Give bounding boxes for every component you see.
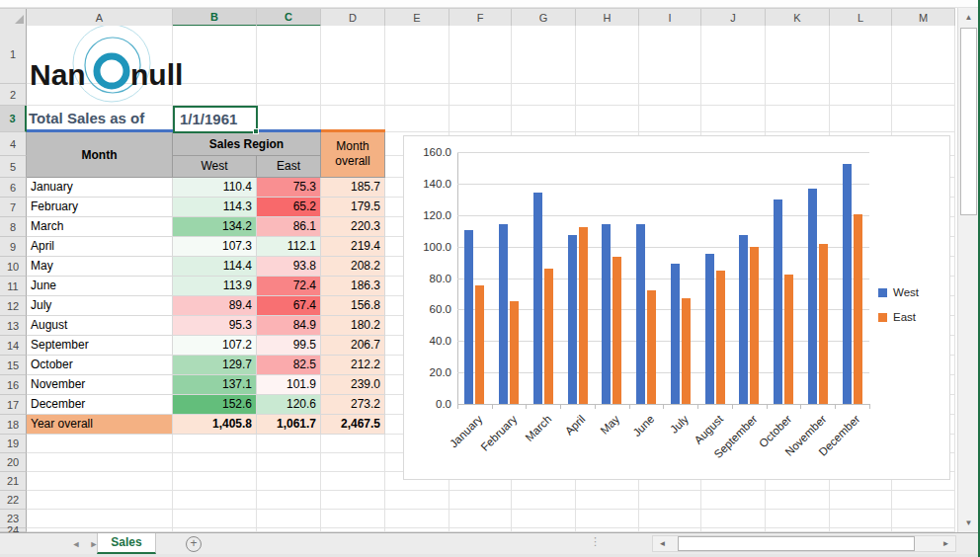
west-cell[interactable]: 134.2 bbox=[173, 217, 257, 237]
column-header-A[interactable]: A bbox=[27, 9, 173, 27]
scroll-down-button[interactable]: ▼ bbox=[959, 514, 978, 531]
row-header-10[interactable]: 10 bbox=[0, 257, 27, 277]
column-header-L[interactable]: L bbox=[830, 9, 892, 27]
west-header[interactable]: West bbox=[173, 156, 257, 178]
prev-sheet-button[interactable]: ◄ bbox=[67, 533, 85, 555]
scroll-up-button[interactable]: ▲ bbox=[959, 8, 978, 26]
east-header[interactable]: East bbox=[257, 156, 321, 178]
horizontal-scrollbar[interactable]: ◄ ► bbox=[652, 535, 956, 552]
row-header-21[interactable]: 21 bbox=[0, 472, 27, 491]
tab-sales[interactable]: Sales bbox=[97, 533, 156, 554]
east-cell[interactable]: 93.8 bbox=[257, 257, 321, 277]
month-cell[interactable]: April bbox=[27, 237, 173, 257]
west-cell[interactable]: 137.1 bbox=[173, 375, 257, 395]
column-header-K[interactable]: K bbox=[766, 9, 830, 27]
scroll-right-button[interactable]: ► bbox=[937, 536, 955, 551]
month-cell[interactable]: May bbox=[27, 257, 173, 277]
column-header-D[interactable]: D bbox=[321, 9, 385, 27]
column-header-B[interactable]: B bbox=[173, 9, 257, 27]
east-cell[interactable]: 112.1 bbox=[257, 237, 321, 257]
sales-bar-chart[interactable]: 0.020.040.060.080.0100.0120.0140.0160.0 … bbox=[403, 135, 950, 480]
east-cell[interactable]: 75.3 bbox=[257, 178, 321, 198]
west-cell[interactable]: 114.4 bbox=[173, 257, 257, 277]
month-overall-header[interactable]: Month overall bbox=[321, 132, 385, 178]
row-header-15[interactable]: 15 bbox=[0, 356, 27, 375]
column-header-E[interactable]: E bbox=[385, 9, 449, 27]
east-cell[interactable]: 72.4 bbox=[257, 277, 321, 296]
column-header-G[interactable]: G bbox=[512, 9, 576, 27]
month-cell[interactable]: November bbox=[27, 375, 173, 395]
east-cell[interactable]: 84.9 bbox=[257, 316, 321, 336]
column-header-H[interactable]: H bbox=[576, 9, 639, 27]
fill-handle[interactable] bbox=[253, 128, 259, 134]
west-cell[interactable]: 95.3 bbox=[173, 316, 257, 336]
selected-date-cell[interactable]: 1/1/1961 bbox=[173, 106, 258, 133]
overall-cell[interactable]: 185.7 bbox=[321, 178, 385, 198]
east-cell[interactable]: 86.1 bbox=[257, 217, 321, 237]
row-header-8[interactable]: 8 bbox=[0, 217, 27, 237]
west-cell[interactable]: 129.7 bbox=[173, 356, 257, 375]
total-overall-cell[interactable]: 2,467.5 bbox=[321, 415, 385, 435]
row-header-5[interactable]: 5 bbox=[0, 156, 27, 178]
east-cell[interactable]: 120.6 bbox=[257, 395, 321, 415]
month-cell[interactable]: February bbox=[27, 198, 173, 217]
month-header[interactable]: Month bbox=[27, 132, 173, 178]
row-header-20[interactable]: 20 bbox=[0, 453, 27, 472]
total-west-cell[interactable]: 1,405.8 bbox=[173, 415, 257, 435]
west-cell[interactable]: 152.6 bbox=[173, 395, 257, 415]
row-header-7[interactable]: 7 bbox=[0, 198, 27, 217]
row-header-19[interactable]: 19 bbox=[0, 435, 27, 453]
east-cell[interactable]: 99.5 bbox=[257, 336, 321, 356]
overall-cell[interactable]: 208.2 bbox=[321, 257, 385, 277]
overall-cell[interactable]: 220.3 bbox=[321, 217, 385, 237]
column-header-F[interactable]: F bbox=[449, 9, 512, 27]
row-header-22[interactable]: 22 bbox=[0, 491, 27, 510]
column-header-M[interactable]: M bbox=[892, 9, 955, 27]
overall-cell[interactable]: 179.5 bbox=[321, 198, 385, 217]
row-header-17[interactable]: 17 bbox=[0, 395, 27, 415]
total-east-cell[interactable]: 1,061.7 bbox=[257, 415, 321, 435]
column-header-J[interactable]: J bbox=[701, 9, 766, 27]
vertical-scrollbar[interactable]: ▲ ▼ bbox=[957, 8, 978, 532]
nanonull-logo[interactable]: Nan null bbox=[28, 26, 207, 109]
add-sheet-button[interactable]: + bbox=[186, 536, 202, 552]
row-header-3[interactable]: 3 bbox=[0, 106, 27, 132]
scrollbar-grip-icon[interactable]: ⋮ bbox=[590, 535, 600, 548]
legend-item-east[interactable]: East bbox=[878, 311, 919, 323]
month-cell[interactable]: December bbox=[27, 395, 173, 415]
row-header-14[interactable]: 14 bbox=[0, 336, 27, 356]
scroll-left-button[interactable]: ◄ bbox=[653, 536, 672, 551]
row-header-9[interactable]: 9 bbox=[0, 237, 27, 257]
horizontal-scroll-thumb[interactable] bbox=[678, 536, 915, 551]
row-header-6[interactable]: 6 bbox=[0, 178, 27, 198]
legend-item-west[interactable]: West bbox=[878, 286, 919, 298]
vertical-scroll-thumb[interactable] bbox=[960, 28, 977, 215]
east-cell[interactable]: 65.2 bbox=[257, 198, 321, 217]
overall-cell[interactable]: 219.4 bbox=[321, 237, 385, 257]
month-cell[interactable]: January bbox=[27, 178, 173, 198]
west-cell[interactable]: 107.2 bbox=[173, 336, 257, 356]
overall-cell[interactable]: 156.8 bbox=[321, 296, 385, 316]
row-header-18[interactable]: 18 bbox=[0, 415, 27, 435]
overall-cell[interactable]: 212.2 bbox=[321, 356, 385, 375]
row-header-13[interactable]: 13 bbox=[0, 316, 27, 336]
sales-region-header[interactable]: Sales Region bbox=[173, 132, 321, 156]
west-cell[interactable]: 113.9 bbox=[173, 277, 257, 296]
west-cell[interactable]: 107.3 bbox=[173, 237, 257, 257]
month-cell[interactable]: October bbox=[27, 356, 173, 375]
month-cell[interactable]: July bbox=[27, 296, 173, 316]
row-header-11[interactable]: 11 bbox=[0, 277, 27, 296]
month-cell[interactable]: August bbox=[27, 316, 173, 336]
west-cell[interactable]: 110.4 bbox=[173, 178, 257, 198]
overall-cell[interactable]: 239.0 bbox=[321, 375, 385, 395]
overall-cell[interactable]: 206.7 bbox=[321, 336, 385, 356]
column-header-I[interactable]: I bbox=[639, 9, 701, 27]
east-cell[interactable]: 82.5 bbox=[257, 356, 321, 375]
row-header-4[interactable]: 4 bbox=[0, 132, 27, 156]
west-cell[interactable]: 114.3 bbox=[173, 198, 257, 217]
month-cell[interactable]: September bbox=[27, 336, 173, 356]
overall-cell[interactable]: 180.2 bbox=[321, 316, 385, 336]
overall-cell[interactable]: 186.3 bbox=[321, 277, 385, 296]
select-all-corner[interactable] bbox=[0, 9, 27, 27]
row-header-2[interactable]: 2 bbox=[0, 84, 27, 106]
